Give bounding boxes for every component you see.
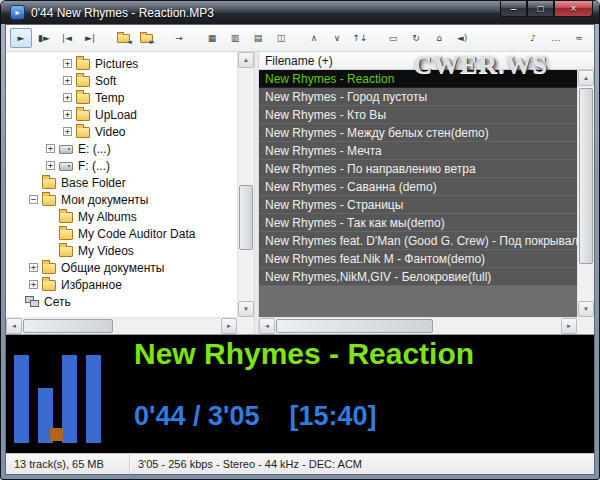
file-row[interactable]: New Rhymes - Кто Вы [259,106,577,124]
file-row[interactable]: New Rhymes - По направлению ветра [259,160,577,178]
tree-item[interactable]: +Pictures [6,55,237,72]
minimize-button[interactable]: – [500,1,527,17]
tree-hscroll-track[interactable] [22,318,221,334]
expand-icon[interactable]: + [29,263,38,272]
file-row[interactable]: New Rhymes - Reaction [259,70,577,88]
expand-icon[interactable]: + [63,127,72,136]
track-list-button[interactable]: ♪ [522,28,544,48]
tree-item-label: My Videos [78,244,134,258]
right-arrow-icon: ► [226,323,232,329]
playlist-window-button[interactable]: ▥ [224,28,246,48]
tree-item[interactable]: +Soft [6,72,237,89]
tree-item[interactable]: Сеть [6,293,237,310]
folder-icon [76,59,90,70]
folder-icon [42,178,56,189]
tree-item[interactable]: +Общие документы [6,259,237,276]
home-folder-button[interactable]: ⌂ [428,28,450,48]
tree-item-label: Soft [95,74,116,88]
tree-item[interactable]: +Video [6,123,237,140]
track-title-display: New Rhymes - Reaction [134,337,474,371]
options-button[interactable]: … [545,28,567,48]
position-marker [50,428,63,441]
minimize-display-button[interactable]: ▭ [382,28,404,48]
expand-icon[interactable]: + [63,110,72,119]
mute-button[interactable]: ◄) [451,28,473,48]
folder-icon [76,76,90,87]
tree-item[interactable]: My Albums [6,208,237,225]
tree-scroll-left-button[interactable]: ◄ [6,318,22,334]
collapse-icon[interactable]: − [29,195,38,204]
app-icon: ▸ [10,5,25,20]
tree-item[interactable]: +E: (...) [6,140,237,157]
folder-icon [42,280,56,291]
file-row[interactable]: New Rhymes feat.Nik M - Фантом(demo) [259,250,577,268]
list-scroll-right-button[interactable]: ► [561,318,577,334]
scroll-up-button[interactable]: ∧ [303,28,325,48]
tree-scroll-up-button[interactable]: ▲ [238,52,254,68]
file-row[interactable]: New Rhymes - Так как мы(demo) [259,214,577,232]
file-row[interactable]: New Rhymes - Саванна (demo) [259,178,577,196]
file-row[interactable]: New Rhymes,NikM,GIV - Белокровие(full) [259,268,577,286]
file-row[interactable]: New Rhymes - Страницы [259,196,577,214]
file-info-button[interactable]: ▤ [247,28,269,48]
list-scroll-thumb[interactable] [579,88,593,264]
previous-track-button[interactable]: |◄ [56,28,78,48]
tree-item[interactable]: +Избранное [6,276,237,293]
refresh-button[interactable]: ↻ [405,28,427,48]
network-icon [25,296,39,307]
file-row[interactable]: New Rhymes - Мечта [259,142,577,160]
tree-item[interactable]: −Мои документы [6,191,237,208]
left-arrow-icon: ◄ [264,323,270,329]
expand-icon[interactable]: + [63,93,72,102]
list-scroll-left-button[interactable]: ◄ [259,318,275,334]
arrow-right-icon: ► [150,38,155,46]
tree-item[interactable]: +UpLoad [6,106,237,123]
tree-item[interactable]: My Code Auditor Data [6,225,237,242]
tree-scroll-down-button[interactable]: ▼ [238,301,254,317]
tree-scroll-track[interactable] [238,68,254,301]
list-scroll-track[interactable] [578,86,594,301]
tree-item[interactable]: My Videos [6,242,237,259]
list-hscroll-thumb[interactable] [276,319,433,333]
list-time: [15:40] [289,401,376,432]
next-folder-button[interactable]: ► [135,28,157,48]
filename-column-header[interactable]: Filename (+) [259,52,594,70]
file-row[interactable]: New Rhymes feat. D'Man (Good G. Crew) - … [259,232,577,250]
dual-pane-button[interactable]: ◫ [270,28,292,48]
list-vertical-scrollbar[interactable]: ▲ ▼ [577,70,594,317]
close-button[interactable]: × [554,1,593,17]
audio-wave-button[interactable]: ≈ [568,28,590,48]
expand-icon[interactable]: + [29,280,38,289]
tree-item[interactable]: +F: (...) [6,157,237,174]
tree-item[interactable]: Base Folder [6,174,237,191]
converter-button[interactable]: ▦ [201,28,223,48]
sort-button[interactable]: ↑↓ [349,28,371,48]
file-row[interactable]: New Rhymes - Между белых стен(demo) [259,124,577,142]
continue-play-button[interactable]: → [168,28,190,48]
tree-hscroll-thumb[interactable] [23,319,113,333]
list-horizontal-scrollbar[interactable]: ◄ ► [259,317,577,334]
expand-icon[interactable]: + [46,144,55,153]
tree-item[interactable]: +Temp [6,89,237,106]
scroll-down-button[interactable]: ∨ [326,28,348,48]
maximize-button[interactable]: □ [527,1,554,17]
play-button[interactable]: ► [10,28,32,48]
expand-icon[interactable]: + [63,59,72,68]
tree-vertical-scrollbar[interactable]: ▲ ▼ [237,52,254,317]
window-controls: – □ × [500,1,593,17]
position-time: 0'44 / 3'05 [134,401,259,432]
tree-horizontal-scrollbar[interactable]: ◄ ► [6,317,237,334]
list-scroll-down-button[interactable]: ▼ [578,301,594,317]
expand-icon[interactable]: + [46,161,55,170]
next-track-button[interactable]: ►| [79,28,101,48]
tree-scroll-thumb[interactable] [239,185,253,250]
previous-folder-button[interactable]: ◄ [112,28,134,48]
titlebar[interactable]: ▸ 0'44 New Rhymes - Reaction.MP3 – □ × [1,1,599,24]
tree-scroll-right-button[interactable]: ► [221,318,237,334]
file-row[interactable]: New Rhymes - Город пустоты [259,88,577,106]
expand-icon[interactable]: + [63,76,72,85]
list-scroll-up-button[interactable]: ▲ [578,70,594,86]
drive-icon [59,145,73,154]
pause-button[interactable]: ▮► [33,28,55,48]
list-hscroll-track[interactable] [275,318,561,334]
